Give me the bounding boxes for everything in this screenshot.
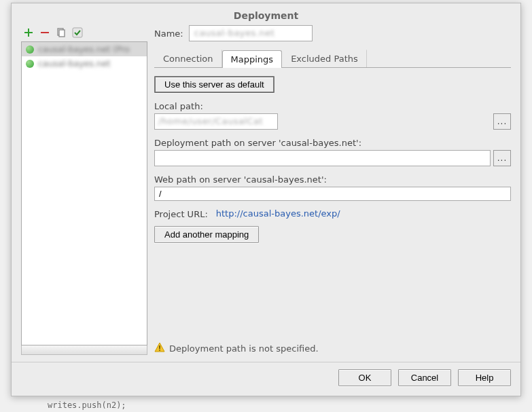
dialog-title: Deployment: [12, 3, 520, 25]
web-path-label: Web path on server 'causal-bayes.net':: [154, 174, 511, 185]
deployment-dialog: Deployment causal-b: [11, 3, 521, 396]
svg-rect-2: [59, 30, 65, 37]
add-icon: [23, 27, 34, 38]
ellipsis-icon: ...: [497, 153, 507, 163]
help-button[interactable]: Help: [458, 369, 511, 386]
server-list-item[interactable]: causal-bayes.net: [22, 56, 147, 71]
tabs: Connection Mappings Excluded Paths: [154, 50, 511, 68]
cancel-button[interactable]: Cancel: [398, 369, 451, 386]
deployment-path-input[interactable]: [154, 150, 491, 166]
ellipsis-icon: ...: [497, 117, 507, 126]
name-input[interactable]: [189, 25, 313, 41]
mappings-form: Use this server as default Local path: /…: [154, 72, 511, 355]
remove-icon: [39, 27, 50, 38]
tab-connection[interactable]: Connection: [154, 50, 222, 67]
add-mapping-button[interactable]: Add another mapping: [154, 226, 259, 243]
servers-toolbar: [21, 25, 147, 41]
web-path-input[interactable]: [154, 187, 511, 201]
copy-icon: [56, 27, 67, 38]
svg-rect-0: [41, 32, 49, 33]
scrollbar[interactable]: [21, 345, 147, 355]
add-server-button[interactable]: [22, 26, 35, 39]
copy-server-button[interactable]: [55, 26, 67, 39]
deployment-path-browse-button[interactable]: ...: [493, 150, 511, 166]
use-server-default-button[interactable]: Use this server as default: [154, 76, 274, 93]
local-path-input[interactable]: [154, 113, 278, 130]
ok-button[interactable]: OK: [338, 369, 391, 386]
warning-icon: [154, 342, 165, 355]
local-path-browse-button[interactable]: ...: [493, 113, 511, 130]
server-list-item[interactable]: causal-bayes.net (Pro: [22, 42, 147, 56]
tab-excluded-paths[interactable]: Excluded Paths: [282, 50, 367, 67]
svg-rect-5: [159, 350, 160, 351]
deployment-path-label: Deployment path on server 'causal-bayes.…: [154, 138, 511, 148]
server-icon: [26, 60, 34, 68]
background-code: writes.push(n2);: [48, 400, 126, 410]
project-url-label: Project URL:: [154, 209, 208, 219]
mark-default-button[interactable]: [71, 26, 84, 39]
check-icon: [72, 27, 83, 38]
tab-mappings[interactable]: Mappings: [222, 50, 283, 68]
name-label: Name:: [154, 29, 183, 39]
warning-text: Deployment path is not specified.: [169, 343, 319, 354]
details-panel: Name: causal-bayes.net Connection Mappin…: [154, 25, 511, 355]
servers-panel: causal-bayes.net (Pro causal-bayes.net: [21, 25, 147, 355]
server-item-label: causal-bayes.net (Pro: [38, 44, 130, 54]
servers-list[interactable]: causal-bayes.net (Pro causal-bayes.net: [21, 41, 147, 345]
svg-rect-4: [159, 345, 160, 349]
dialog-footer: OK Cancel Help: [12, 362, 520, 396]
project-url-link[interactable]: http://causal-bayes.net/exp/: [216, 208, 340, 219]
svg-rect-3: [73, 28, 82, 37]
server-item-label: causal-bayes.net: [38, 58, 110, 69]
remove-server-button[interactable]: [39, 26, 51, 39]
local-path-label: Local path:: [154, 101, 511, 111]
warning-row: Deployment path is not specified.: [154, 337, 511, 355]
server-icon: [26, 45, 34, 54]
